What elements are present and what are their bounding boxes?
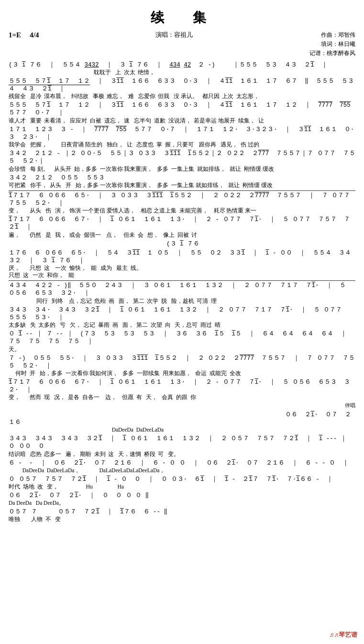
lyrics-1: 耽耽于 上 次太 绝情， (9, 69, 355, 76)
brand-text: ♬琴艺谱 (334, 631, 357, 638)
lyrics-17: 结识暗 恋热 恋多一 遍， 期盼 未到 这 天，速惆 桥段 可 变。 (9, 451, 355, 458)
lyrics-4: 我学会 把握， 日夜背诵 陌生的 独白， 让 态度也 掌 握，只要可 跟你再 遇… (9, 141, 355, 148)
lyrics-20: Da DeeDa Da DeeDa。 (9, 500, 355, 507)
notation-12: ３４３ ３４· ３４３ ３２1 ｜ i ０６１ １６１ １３２ ｜ ２ ０７７ … (9, 306, 355, 322)
lyrics-11: 同行 到终 点，忘记 危殆 画 面， 第二 次学 脱 险，趁机 可清 理 (9, 298, 355, 305)
lyrics-21: 唯独 人物 不 变 (9, 516, 355, 523)
notation-18: ６ - - ｜ ０６ ２i· ０７ ２１６ ｜ ６ - ０ ０ ｜ ０６ ２i·… (9, 459, 355, 467)
notation-9: (３ i ７６ (9, 240, 355, 248)
notation-2: ５５５ ５７1 １７ １２ ｜ ３11 １６６ ６３３ ０·３ ｜ ４11 １６… (9, 78, 355, 93)
notation-15: 1７１７ ６ ０６６ ６７· ｜ i ０６１ １６１ １３· ｜ ２ - ０７７… (9, 378, 355, 394)
lyrics-5: 会珍惜 每 刻。 从头开 始，多多 一次靠你 我来重演， 多多 一集上集 就如排… (9, 166, 355, 173)
notation-8: 1７１７ ６ ０６６ ６７· ｜ i ０６１ １６１ １３· ｜ ２ - ０７７… (9, 216, 355, 232)
lyrics-10: 厌， 只想 这 一次 愉快， 能 成为 最主 线。 只想 这 一次 和你， 能 (9, 265, 355, 279)
brand: ♬♬琴艺谱 (330, 631, 358, 639)
credits: 作曲：邓智伟 填词：林日曦 记谱：桃李醉春风 (309, 31, 355, 58)
lyrics-16: DaDeeDa DaDeeLaDa (9, 426, 355, 433)
lyrics-12: 太多缺 失 太多的 亏 欠， 忘记 暴雨 画 面， 第二 次望 向 天，总可 雨… (9, 322, 355, 329)
lyrics-3: 谁人才 重要 未看清， 应应对 白被 遗忘， 速 忘半句 道歉 没说清， 若是幸… (9, 117, 355, 124)
notation-7: 1７１７ ６ ０６６ ６５· ｜ ３ ０３３ ３111 i５５２ ｜ ２ ０２２… (9, 192, 355, 208)
lyrics-14: 何时 开 始，多多 一次看你 我如何演， 多多 一部续集 用来如愿， 命运 或能… (9, 370, 355, 377)
notation-1: (３ i̇ ７６ ｜ ５５４ 3432 ｜ ３ i ７６ ｜ 434 42 ２ … (9, 61, 355, 69)
lyrics-19: 时代 场地 改 变， Hu Ha (9, 483, 355, 490)
notation-20: ０６ ２i· ０７ ２i· ｜ ０ ０ ０ ０ ‖ (9, 492, 355, 500)
lyrics-8: 遍， 仍然 是 我， 或会 倔强一 点， 但未 会 想， 像上 回被 讨 (9, 232, 355, 239)
notation-4: １７１ １２３ ３ - ｜ 7777 755 ５７７ ０·７ ｜ １７１ １２·… (9, 126, 355, 142)
header-row: 1=E 4/4 演唱：容祖儿 作曲：邓智伟 填词：林日曦 记谱：桃李醉春风 (9, 31, 355, 58)
page-title: 续 集 (9, 5, 355, 27)
notation-19: ０ ０５７ ７５７ ７２1 ｜ i - ０ ０ ｜ ０ ０３· ６1 ｜ 1 -… (9, 476, 355, 483)
lyrics-6: 可把紧 你手， 从头 开 始，多多 一次靠你 我来重演， 多多 一集上集 就如排… (9, 182, 355, 189)
music-content: (３ i̇ ７６ ｜ ５５４ 3432 ｜ ３ i ７６ ｜ 434 42 ２ … (9, 61, 355, 523)
lyrics-7: 变， 从头 伤 演， 饰演 一个更信 爱情人选， 相恋 之道上集 未能完善， 耗… (9, 207, 355, 214)
notation-duet-label: 伴唱 (345, 402, 355, 409)
lyrics-2: 残留全 是冷 漠布晨， 纠结故 事极 难忘， 难 忘爱你 但我 没 承认。 都只… (9, 93, 355, 100)
key-label: 1=E (9, 31, 28, 39)
notation-3: ５５５ ５７1 １７ １２ ｜ ３11 １６６ ６３３ ０·３ ｜ ４11 １６… (9, 101, 355, 117)
composer: 作曲：邓智伟 (309, 31, 355, 40)
notation-11: ４３４ ４２２ - )‖ ５５０ ２４３ ｜ ３ ０６１ １６１ １３２ ｜ ２… (9, 282, 355, 298)
notation-14: ７ -) ０５５ ５５· ｜ ３ ０３３ ３111 i５５２ ｜ ２ ０２２ ２… (9, 355, 355, 370)
notation-6: ３４２ ２１２ ０５５ ５５３ (9, 174, 355, 182)
notation-17: ３４３ ３４３ ３４３ ３２1 ｜ i ０６１ １６１ １３２ ｜ ２ ０５７ … (9, 435, 355, 451)
performer-label: 演唱：容祖儿 (155, 31, 193, 39)
notation-5: ３４２ ２１２ - ｜２ ００·５ ５５｜３ ０３３ ３111 i５５２｜２ ０… (9, 150, 355, 166)
notation-21: ０５７ ７ ０５７ ７２1 ｜ 1７６ ６ -- ‖ (9, 508, 355, 516)
time-signature: 4/4 (30, 31, 39, 39)
notator: 记谱：桃李醉春风 (309, 49, 355, 58)
notation-10: １７６ ６ ０６６ ６５· ｜ ５４ ３11 １ ０５ ｜ ５５ ０２ ３３1 … (9, 249, 355, 265)
lyrics-13: 天。 (9, 346, 355, 353)
key-signature: 1=E 4/4 (9, 31, 39, 40)
lyricist: 填词：林日曦 (309, 40, 355, 49)
notation-16: ０６ ２i· ０７ ２１６ (9, 411, 355, 427)
lyrics-18: DaDeeDa DaDeeLaDa， DaLaDeeLaDaLaDeeLaDa， (9, 467, 355, 474)
brand-icon: ♬ (330, 631, 334, 638)
notation-13: ０ 1 -- ｜ ７ -- ｜ (７３ ５３ ５３ ５３ ｜ ３６ ３６ i５ … (9, 330, 355, 346)
lyrics-15: 变， 然而 现 况， 是各 自各一 边， 但愿 有 天， 会真 的跟 你 (9, 394, 355, 401)
